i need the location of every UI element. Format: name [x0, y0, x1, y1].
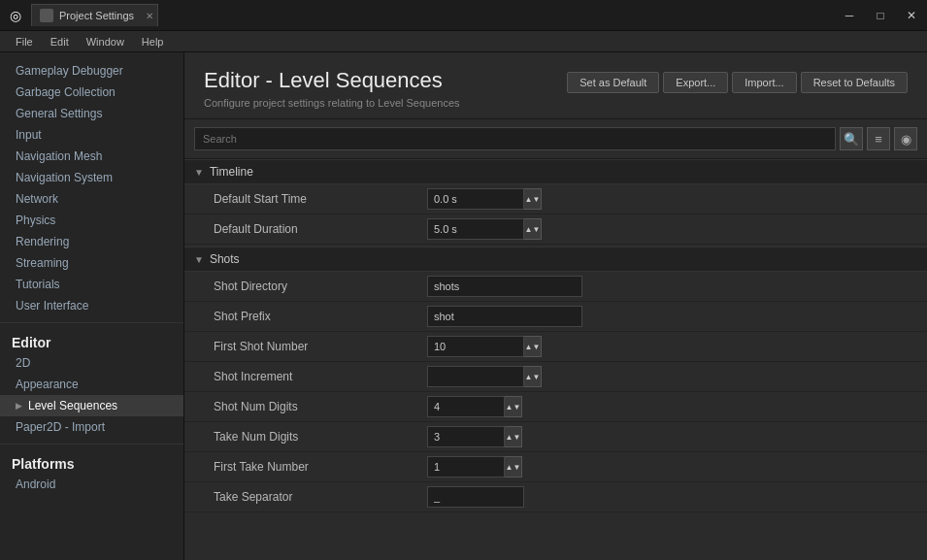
- tab-close-btn[interactable]: ✕: [146, 11, 153, 21]
- section-shots-header[interactable]: ▼ Shots: [184, 247, 927, 272]
- sidebar-item-physics[interactable]: Physics: [0, 210, 183, 231]
- sidebar-item-general-settings[interactable]: General Settings: [0, 103, 183, 124]
- page-subtitle: Configure project settings relating to L…: [204, 97, 460, 109]
- setting-control-shot-increment: ▲▼: [427, 366, 917, 387]
- title-bar-left: ◎ Project Settings ✕: [4, 4, 158, 27]
- setting-label-shot-num-digits: Shot Num Digits: [214, 400, 427, 413]
- sidebar-item-navigation-mesh[interactable]: Navigation Mesh: [0, 146, 183, 167]
- shot-num-digits-spin[interactable]: ▲▼: [505, 396, 522, 417]
- setting-label-default-start-time: Default Start Time: [214, 192, 427, 206]
- section-shots-body: Shot Directory Shot Prefix F: [184, 272, 927, 512]
- content-header: Editor - Level Sequences Configure proje…: [184, 52, 927, 119]
- shot-increment-input[interactable]: [427, 366, 524, 387]
- take-separator-input[interactable]: [427, 486, 524, 508]
- sidebar-item-input[interactable]: Input: [0, 124, 183, 146]
- import-button[interactable]: Import...: [732, 72, 796, 93]
- setting-control-shot-prefix: [427, 306, 917, 327]
- shot-increment-spin[interactable]: ▲▼: [524, 366, 542, 387]
- section-timeline-header[interactable]: ▼ Timeline: [184, 159, 927, 184]
- list-view-button[interactable]: ≡: [867, 127, 890, 150]
- sidebar-section-editor: Editor: [0, 329, 183, 352]
- sidebar-item-tutorials[interactable]: Tutorials: [0, 274, 183, 295]
- close-button[interactable]: ✕: [896, 0, 927, 31]
- window-controls: ─ □ ✕: [834, 0, 927, 31]
- sidebar-item-2d[interactable]: 2D: [0, 352, 183, 374]
- sidebar-item-garbage-collection[interactable]: Garbage Collection: [0, 82, 183, 103]
- setting-row-first-shot-number: First Shot Number ▲▼: [184, 332, 927, 362]
- section-shots-arrow: ▼: [194, 254, 204, 265]
- default-duration-input[interactable]: [427, 218, 524, 240]
- section-timeline-label: Timeline: [210, 165, 253, 179]
- setting-label-shot-prefix: Shot Prefix: [214, 310, 427, 323]
- sidebar-item-appearance[interactable]: Appearance: [0, 374, 183, 395]
- menu-help[interactable]: Help: [134, 34, 172, 49]
- menu-file[interactable]: File: [8, 34, 41, 49]
- shot-prefix-input[interactable]: [427, 306, 582, 327]
- take-num-digits-input[interactable]: [427, 426, 505, 447]
- default-start-time-input[interactable]: [427, 188, 524, 210]
- first-shot-number-input[interactable]: [427, 336, 524, 357]
- first-shot-number-spin[interactable]: ▲▼: [524, 336, 542, 357]
- sidebar-item-streaming[interactable]: Streaming: [0, 252, 183, 274]
- default-start-time-input-group: ▲▼: [427, 188, 542, 210]
- setting-control-take-num-digits: ▲▼: [427, 426, 917, 447]
- first-shot-number-input-group: ▲▼: [427, 336, 542, 357]
- setting-label-first-shot-number: First Shot Number: [214, 340, 427, 353]
- project-settings-tab[interactable]: Project Settings ✕: [31, 4, 158, 26]
- first-take-number-input[interactable]: [427, 456, 505, 478]
- export-button[interactable]: Export...: [663, 72, 728, 93]
- setting-row-shot-num-digits: Shot Num Digits ▲▼: [184, 392, 927, 422]
- setting-row-shot-prefix: Shot Prefix: [184, 302, 927, 332]
- setting-control-default-start-time: ▲▼: [427, 188, 917, 210]
- sidebar-divider-1: [0, 322, 183, 323]
- minimize-button[interactable]: ─: [834, 0, 865, 31]
- ue-logo: ◎: [4, 4, 27, 27]
- setting-control-first-shot-number: ▲▼: [427, 336, 917, 357]
- sidebar-item-network[interactable]: Network: [0, 188, 183, 210]
- sidebar-item-paper2d-import[interactable]: Paper2D - Import: [0, 416, 183, 438]
- sidebar-item-gameplay-debugger[interactable]: Gameplay Debugger: [0, 60, 183, 82]
- sidebar-item-level-sequences[interactable]: Level Sequences: [0, 395, 183, 416]
- tab-icon: [40, 9, 53, 22]
- shot-increment-input-group: ▲▼: [427, 366, 542, 387]
- header-buttons: Set as Default Export... Import... Reset…: [567, 72, 908, 93]
- shot-directory-input[interactable]: [427, 276, 582, 297]
- menu-edit[interactable]: Edit: [43, 34, 77, 49]
- setting-label-default-duration: Default Duration: [214, 222, 427, 236]
- content-area: Editor - Level Sequences Configure proje…: [184, 52, 927, 560]
- default-duration-input-group: ▲▼: [427, 218, 542, 240]
- setting-row-default-start-time: Default Start Time ▲▼: [184, 184, 927, 214]
- content-header-left: Editor - Level Sequences Configure proje…: [204, 68, 460, 109]
- section-timeline: ▼ Timeline Default Start Time ▲▼: [184, 159, 927, 245]
- sidebar-item-navigation-system[interactable]: Navigation System: [0, 167, 183, 188]
- first-take-number-spin[interactable]: ▲▼: [505, 456, 522, 478]
- set-default-button[interactable]: Set as Default: [567, 72, 659, 93]
- default-start-time-spin[interactable]: ▲▼: [524, 188, 542, 210]
- search-input[interactable]: [194, 127, 836, 150]
- section-timeline-arrow: ▼: [194, 167, 204, 178]
- take-num-digits-spin[interactable]: ▲▼: [505, 426, 522, 447]
- search-icon-button[interactable]: 🔍: [840, 127, 863, 150]
- sidebar-item-rendering[interactable]: Rendering: [0, 231, 183, 252]
- maximize-button[interactable]: □: [865, 0, 896, 31]
- setting-control-take-separator: [427, 486, 917, 508]
- setting-row-default-duration: Default Duration ▲▼: [184, 214, 927, 245]
- sidebar-section-platforms: Platforms: [0, 450, 183, 474]
- menu-bar: File Edit Window Help: [0, 31, 927, 52]
- setting-row-shot-directory: Shot Directory: [184, 272, 927, 302]
- shot-num-digits-input[interactable]: [427, 396, 505, 417]
- setting-label-shot-increment: Shot Increment: [214, 370, 427, 383]
- setting-control-shot-num-digits: ▲▼: [427, 396, 917, 417]
- reset-defaults-button[interactable]: Reset to Defaults: [801, 72, 908, 93]
- shot-num-digits-input-group: ▲▼: [427, 396, 522, 417]
- sidebar-item-android[interactable]: Android: [0, 474, 183, 495]
- setting-control-default-duration: ▲▼: [427, 218, 917, 240]
- setting-row-first-take-number: First Take Number ▲▼: [184, 452, 927, 482]
- default-duration-spin[interactable]: ▲▼: [524, 218, 542, 240]
- eye-view-button[interactable]: ◉: [894, 127, 917, 150]
- setting-row-take-num-digits: Take Num Digits ▲▼: [184, 422, 927, 452]
- tab-label: Project Settings: [59, 10, 134, 21]
- sidebar-item-user-interface[interactable]: User Interface: [0, 295, 183, 316]
- menu-window[interactable]: Window: [79, 34, 132, 49]
- search-bar: 🔍 ≡ ◉: [184, 119, 927, 159]
